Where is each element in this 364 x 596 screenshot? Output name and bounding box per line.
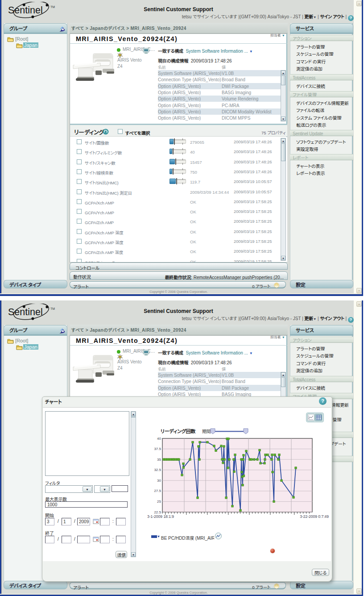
svg-text:35: 35 (157, 458, 161, 462)
svg-text:3-1-2009 18:1:9: 3-1-2009 18:1:9 (147, 514, 174, 519)
svg-text:3-22-2009 0:7:49: 3-22-2009 0:7:49 (300, 514, 329, 519)
svg-text:22.5: 22.5 (154, 510, 161, 514)
svg-text:25: 25 (157, 500, 161, 504)
svg-text:30: 30 (157, 479, 161, 483)
svg-text:32.5: 32.5 (154, 468, 161, 472)
svg-text:27.5: 27.5 (154, 489, 161, 493)
svg-text:40: 40 (157, 437, 161, 441)
svg-text:37.5: 37.5 (154, 447, 161, 451)
